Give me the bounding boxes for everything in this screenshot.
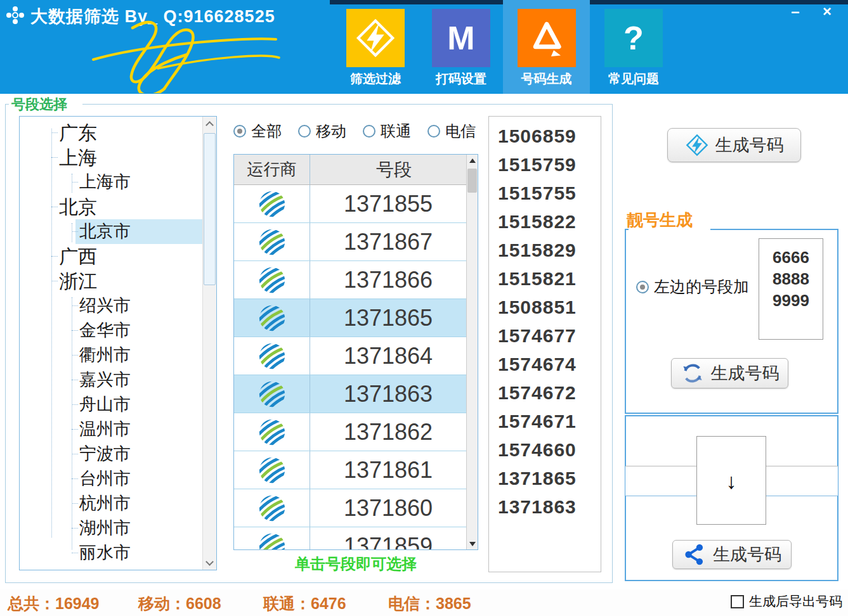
generate-export-numbers-button[interactable]: 生成号码 xyxy=(672,540,792,569)
tab-number-generate[interactable]: 号码生成 xyxy=(503,0,590,94)
tree-item[interactable]: 湖州市 xyxy=(20,516,202,541)
result-item[interactable]: 1515829 xyxy=(489,236,601,264)
table-row-selected[interactable]: 1371865 xyxy=(234,299,466,337)
tree-item[interactable]: 金华市 xyxy=(20,318,202,343)
export-after-generate-option[interactable]: 生成后导出号码 xyxy=(731,593,842,610)
status-unicom: 联通：6476 xyxy=(263,593,346,614)
result-item[interactable]: 1574660 xyxy=(489,435,601,464)
close-button[interactable]: × xyxy=(814,1,840,22)
operator-radio-group: 全部 移动 联通 电信 xyxy=(233,122,487,141)
tree-item[interactable]: 台州市 xyxy=(20,466,202,491)
scrollbar-thumb[interactable] xyxy=(204,133,216,285)
suffix-item[interactable]: 9999 xyxy=(759,290,823,311)
tree-item[interactable]: 上海市 xyxy=(20,170,202,195)
radio-mobile[interactable] xyxy=(298,125,311,138)
tree-item[interactable]: 广西 xyxy=(20,244,202,269)
scroll-up-icon[interactable] xyxy=(203,117,216,131)
scroll-up-icon[interactable] xyxy=(467,155,478,166)
tree-item[interactable]: 衢州市 xyxy=(20,343,202,368)
generate-pretty-numbers-button[interactable]: 生成号码 xyxy=(671,358,788,388)
table-row-selected[interactable]: 1371863 xyxy=(234,375,466,413)
china-mobile-icon xyxy=(258,266,287,295)
china-mobile-icon xyxy=(258,418,287,447)
generate-numbers-button[interactable]: 生成号码 xyxy=(667,128,801,162)
minimize-button[interactable]: – xyxy=(782,1,809,22)
scrollbar-thumb[interactable] xyxy=(467,169,477,193)
china-mobile-icon xyxy=(258,228,287,257)
china-mobile-icon xyxy=(258,189,287,219)
china-mobile-icon xyxy=(258,304,287,333)
result-item[interactable]: 1371863 xyxy=(489,492,601,521)
table-row[interactable]: 1371861 xyxy=(234,451,466,489)
export-checkbox-label: 生成后导出号码 xyxy=(749,593,842,610)
tab-captcha-settings[interactable]: M 打码设置 xyxy=(421,0,502,94)
result-item[interactable]: 1506859 xyxy=(489,122,601,150)
suffix-item[interactable]: 6666 xyxy=(759,247,823,268)
china-mobile-icon xyxy=(258,342,287,371)
table-row[interactable]: 1371867 xyxy=(234,223,466,261)
china-mobile-icon xyxy=(258,456,287,485)
tree-item[interactable]: 上海 xyxy=(20,145,202,170)
result-item[interactable]: 1574671 xyxy=(489,407,601,435)
tab-filter[interactable]: 筛选过滤 xyxy=(335,0,416,94)
export-checkbox[interactable] xyxy=(731,595,744,608)
tree-item[interactable]: 宁波市 xyxy=(20,442,202,466)
table-row[interactable]: 1371855 xyxy=(234,185,466,223)
table-body: 1371855 1371867 1371866 1371865 1371864 … xyxy=(234,185,466,549)
tree-item[interactable]: 丽水市 xyxy=(20,541,202,565)
result-item[interactable]: 1371865 xyxy=(489,464,601,492)
result-item[interactable]: 1515821 xyxy=(489,264,601,293)
question-icon: ? xyxy=(604,9,663,67)
scroll-down-icon[interactable] xyxy=(203,556,216,570)
result-item[interactable]: 1515759 xyxy=(489,150,601,179)
radio-all[interactable] xyxy=(233,125,246,138)
flash-diamond-icon xyxy=(685,133,709,157)
region-tree-list: 广东 上海 上海市 北京 北京市 广西 浙江 绍兴市 金华市 衢州市 嘉兴市 舟… xyxy=(20,117,202,570)
result-item[interactable]: 1574674 xyxy=(489,350,601,378)
tree-item[interactable]: 绍兴市 xyxy=(20,293,202,318)
letter-a-icon xyxy=(518,9,576,67)
table-scrollbar[interactable] xyxy=(466,155,478,549)
tree-item[interactable]: 浙江 xyxy=(20,269,202,293)
tree-item[interactable]: 广东 xyxy=(20,120,202,145)
result-item[interactable]: 1508851 xyxy=(489,293,601,321)
tree-item[interactable]: 杭州市 xyxy=(20,491,202,516)
region-tree: 广东 上海 上海市 北京 北京市 广西 浙江 绍兴市 金华市 衢州市 嘉兴市 舟… xyxy=(19,116,217,570)
tree-item[interactable]: 嘉兴市 xyxy=(20,368,202,392)
table-row[interactable]: 1371866 xyxy=(234,261,466,299)
china-mobile-icon xyxy=(258,532,287,550)
result-item[interactable]: 1574672 xyxy=(489,378,601,407)
china-mobile-icon xyxy=(258,380,287,409)
table-header: 运行商 号段 xyxy=(234,155,478,185)
table-row[interactable]: 1371860 xyxy=(234,489,466,527)
radio-telecom[interactable] xyxy=(427,125,440,138)
title-bar: 大数据筛选 By_ Q:916628525 筛选过滤 M 打码设置 号码生成 xyxy=(0,0,848,94)
tree-item[interactable]: 北京 xyxy=(20,195,202,219)
scroll-down-icon[interactable] xyxy=(467,538,478,549)
tree-item[interactable]: 温州市 xyxy=(20,417,202,442)
click-hint-text: 单击号段即可选择 xyxy=(233,554,478,574)
tab-faq[interactable]: ? 常见问题 xyxy=(593,0,674,94)
suffix-item[interactable]: 8888 xyxy=(759,268,823,290)
status-telecom: 电信：3865 xyxy=(388,593,471,614)
radio-unicom[interactable] xyxy=(363,125,375,138)
table-row[interactable]: 1371859 xyxy=(234,527,466,549)
tab-label: 筛选过滤 xyxy=(335,70,416,87)
tree-scrollbar[interactable] xyxy=(202,117,216,570)
result-item[interactable]: 1515822 xyxy=(489,207,601,236)
china-mobile-icon xyxy=(258,494,287,523)
tree-item-selected[interactable]: 北京市 xyxy=(20,219,202,244)
tree-item[interactable]: 舟山市 xyxy=(20,392,202,417)
app-logo-icon xyxy=(5,5,25,25)
share-icon xyxy=(682,542,707,567)
tab-label: 号码生成 xyxy=(503,70,590,87)
radio-append-suffix[interactable] xyxy=(636,281,649,293)
letter-m-icon: M xyxy=(432,9,490,67)
suffix-listbox[interactable]: 6666 8888 9999 xyxy=(759,238,823,340)
result-item[interactable]: 1574677 xyxy=(489,321,601,350)
table-row[interactable]: 1371864 xyxy=(234,337,466,375)
refresh-icon xyxy=(681,361,705,385)
result-item[interactable]: 1515755 xyxy=(489,179,601,207)
table-row[interactable]: 1371862 xyxy=(234,413,466,451)
tab-label: 打码设置 xyxy=(421,70,502,87)
